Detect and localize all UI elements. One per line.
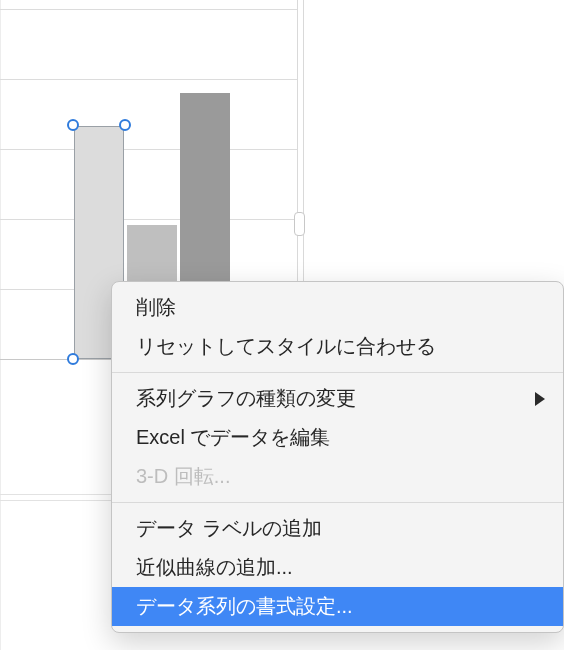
selection-handle[interactable]	[67, 353, 79, 365]
menu-item-add-data-labels[interactable]: データ ラベルの追加	[112, 509, 563, 548]
menu-separator	[112, 502, 563, 503]
menu-item-reset-style[interactable]: リセットしてスタイルに合わせる	[112, 327, 563, 366]
gridline	[0, 79, 297, 80]
menu-item-edit-data-excel[interactable]: Excel でデータを編集	[112, 418, 563, 457]
submenu-arrow-icon	[535, 392, 545, 406]
gridline	[0, 9, 297, 10]
left-rule	[0, 0, 1, 650]
menu-separator	[112, 372, 563, 373]
gridline	[0, 149, 297, 150]
selection-handle[interactable]	[67, 119, 79, 131]
resize-handle[interactable]	[294, 212, 305, 236]
context-menu: 削除 リセットしてスタイルに合わせる 系列グラフの種類の変更 Excel でデー…	[111, 281, 564, 633]
chart-document-area: 削除 リセットしてスタイルに合わせる 系列グラフの種類の変更 Excel でデー…	[0, 0, 564, 650]
menu-item-format-data-series[interactable]: データ系列の書式設定...	[112, 587, 563, 626]
selection-handle[interactable]	[119, 119, 131, 131]
menu-item-change-series-chart-type[interactable]: 系列グラフの種類の変更	[112, 379, 563, 418]
gridline	[0, 219, 297, 220]
menu-item-label: 系列グラフの種類の変更	[136, 387, 356, 409]
menu-item-delete[interactable]: 削除	[112, 288, 563, 327]
menu-item-3d-rotation: 3-D 回転...	[112, 457, 563, 496]
menu-item-add-trendline[interactable]: 近似曲線の追加...	[112, 548, 563, 587]
